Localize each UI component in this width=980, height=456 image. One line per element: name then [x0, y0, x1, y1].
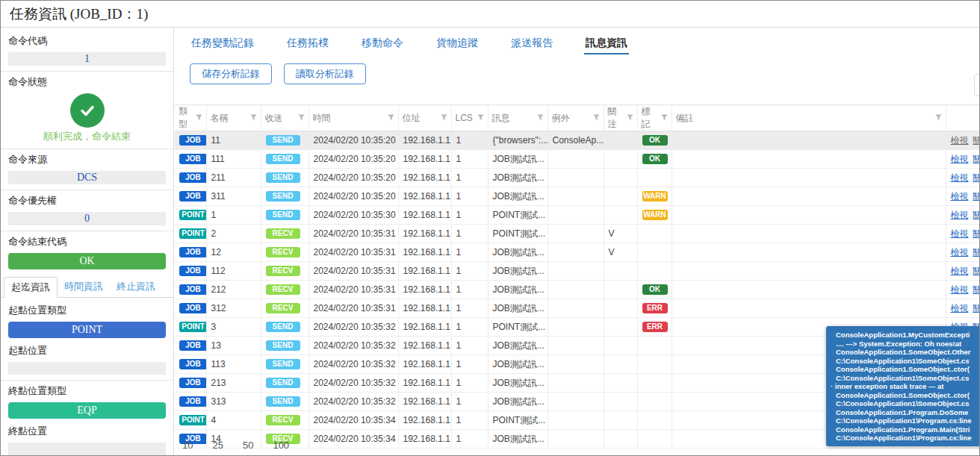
column-header[interactable]: 訊息 [488, 105, 548, 131]
filter-icon[interactable] [535, 113, 544, 123]
time-cell: 2024/02/20 10:35:32 [308, 318, 398, 337]
column-header-label: 例外 [552, 112, 570, 125]
sidebar-tab[interactable]: 時間資訊 [58, 277, 110, 297]
view-link[interactable]: 檢視 [951, 266, 969, 276]
direction-cell: RECV [261, 243, 308, 262]
follow-link[interactable]: 關注 [973, 266, 980, 276]
start-pos-field[interactable] [8, 362, 166, 375]
main-tab[interactable]: 任務拓樸 [285, 37, 330, 54]
main-tab[interactable]: 派送報告 [509, 37, 554, 54]
main-tab[interactable]: 訊息資訊 [584, 37, 629, 54]
exception-tooltip: ConsoleApplication1.MyCustomExcepti.... … [826, 326, 980, 446]
end-pos-field[interactable] [8, 443, 166, 455]
view-link[interactable]: 檢視 [951, 135, 969, 146]
main-tab[interactable]: 貨物追蹤 [435, 37, 480, 54]
column-header-label: 類型 [179, 105, 193, 131]
sidebar-tab[interactable]: 起迄資訊 [4, 277, 58, 298]
view-link[interactable]: 檢視 [951, 154, 969, 164]
follow-link[interactable]: 關注 [973, 172, 980, 183]
page-size-selector: 102550100 [179, 438, 292, 452]
message-cell: POINT測試... [488, 206, 548, 225]
mark-cell: WARN [637, 187, 672, 206]
exception-cell [548, 187, 604, 206]
filter-icon[interactable] [248, 113, 257, 123]
column-header[interactable]: LCS [451, 105, 488, 131]
end-type-label: 終點位置類型 [8, 384, 166, 398]
column-header[interactable]: 關注 [604, 105, 637, 131]
filter-icon[interactable] [193, 113, 202, 123]
filter-icon[interactable] [385, 113, 394, 123]
actions-cell: 檢視關注 [946, 281, 979, 299]
follow-cell [604, 337, 637, 355]
direction-badge: SEND [266, 191, 300, 202]
column-header[interactable]: 例外 [548, 105, 604, 131]
filter-icon[interactable] [933, 113, 942, 123]
type-badge: JOB [179, 247, 206, 257]
page-size-option[interactable]: 10 [179, 438, 196, 452]
direction-badge: SEND [266, 210, 300, 220]
note-cell [672, 150, 946, 169]
exception-cell [548, 150, 604, 169]
column-header[interactable]: 時間 [308, 105, 398, 131]
lcs-cell: 1 [451, 393, 488, 411]
filter-icon[interactable] [296, 113, 305, 123]
follow-cell [604, 262, 637, 281]
follow-link[interactable]: 關注 [973, 303, 980, 313]
sidebar-tab[interactable]: 終止資訊 [110, 277, 162, 297]
column-header[interactable]: 標記 [637, 105, 672, 131]
direction-badge: SEND [266, 359, 300, 369]
table-row: JOB312RECV2024/02/20 10:35:31192.168.1.1… [175, 299, 979, 318]
follow-cell [604, 318, 637, 337]
follow-link[interactable]: 關注 [973, 228, 980, 239]
page-size-option[interactable]: 50 [240, 438, 256, 452]
cmd-end-code-label: 命令結束代碼 [8, 235, 166, 249]
follow-link[interactable]: 關注 [973, 247, 980, 257]
direction-cell: SEND [261, 337, 308, 355]
follow-link[interactable]: 關注 [973, 210, 980, 220]
lcs-cell: 1 [451, 187, 488, 206]
view-link[interactable]: 檢視 [951, 191, 969, 202]
type-cell: JOB [175, 187, 206, 206]
actions-cell: 檢視關注 [946, 243, 979, 262]
filter-icon[interactable] [659, 113, 668, 123]
page-size-option[interactable]: 25 [209, 438, 226, 452]
address-cell: 192.168.1.1 [398, 299, 451, 318]
main-tab[interactable]: 移動命令 [360, 37, 405, 54]
time-cell: 2024/02/20 10:35:32 [308, 374, 398, 393]
view-link[interactable]: 檢視 [951, 210, 969, 220]
filter-icon[interactable] [438, 113, 447, 123]
exception-cell [548, 169, 604, 187]
analysis-button[interactable]: 儲存分析記錄 [190, 63, 272, 84]
page-size-option[interactable]: 100 [270, 438, 292, 452]
type-badge: JOB [179, 378, 206, 388]
follow-link[interactable]: 關注 [973, 154, 980, 164]
follow-link[interactable]: 關注 [973, 191, 980, 202]
address-cell: 192.168.1.1 [398, 206, 451, 225]
filter-icon[interactable] [624, 113, 633, 123]
address-cell: 192.168.1.1 [398, 374, 451, 393]
view-link[interactable]: 檢視 [951, 284, 969, 295]
exception-cell [548, 411, 604, 430]
follow-link[interactable]: 關注 [973, 284, 980, 295]
page-title: 任務資訊 (JOB_ID：1) [10, 4, 148, 24]
column-header[interactable]: 收送 [261, 105, 308, 131]
main-tab[interactable]: 任務變動記錄 [190, 37, 255, 54]
filter-icon[interactable] [591, 113, 600, 123]
column-header[interactable] [946, 105, 979, 131]
view-link[interactable]: 檢視 [951, 172, 969, 183]
direction-cell: SEND [261, 374, 308, 393]
view-link[interactable]: 檢視 [951, 228, 969, 239]
column-header[interactable]: 類型 [175, 105, 206, 131]
view-link[interactable]: 檢視 [951, 303, 969, 313]
analysis-button[interactable]: 讀取分析記錄 [284, 63, 366, 84]
partial-button[interactable] [974, 74, 980, 96]
type-cell: JOB [175, 131, 206, 150]
filter-icon[interactable] [475, 113, 484, 123]
column-header[interactable]: 名稱 [206, 105, 261, 131]
column-header[interactable]: 位址 [398, 105, 451, 131]
follow-link[interactable]: 關注 [973, 135, 980, 146]
view-link[interactable]: 檢視 [951, 247, 969, 257]
direction-cell: RECV [261, 281, 308, 299]
column-header[interactable]: 備註 [672, 105, 946, 131]
tooltip-line: ConsoleApplication1.SomeObject..ctor( [836, 391, 980, 400]
